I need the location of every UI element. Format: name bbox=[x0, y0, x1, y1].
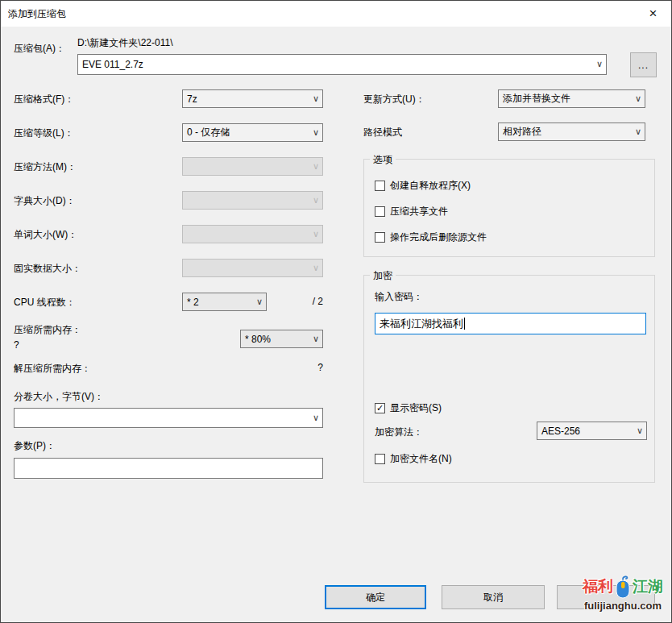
chevron-down-icon[interactable]: ∨ bbox=[313, 127, 319, 137]
help-button[interactable] bbox=[557, 585, 655, 609]
text-caret bbox=[464, 318, 465, 330]
update-mode-label: 更新方式(U)： bbox=[363, 93, 425, 106]
cancel-button[interactable]: 取消 bbox=[442, 585, 545, 609]
ok-button[interactable]: 确定 bbox=[325, 585, 426, 609]
method-label: 压缩方法(M)： bbox=[14, 160, 77, 174]
password-input[interactable]: 来福利江湖找福利 bbox=[375, 313, 646, 334]
level-label: 压缩等级(L)： bbox=[14, 127, 74, 140]
close-icon[interactable]: × bbox=[635, 1, 671, 26]
checkbox-icon[interactable]: ✓ bbox=[375, 403, 385, 413]
chevron-down-icon: ∨ bbox=[313, 228, 319, 239]
cpu-threads-value: * 2 bbox=[187, 297, 199, 308]
browse-button[interactable]: ... bbox=[630, 52, 657, 77]
memory-compress-label: 压缩所需内存： bbox=[14, 323, 81, 337]
chevron-down-icon[interactable]: ∨ bbox=[637, 425, 643, 435]
encryption-method-label: 加密算法： bbox=[375, 426, 423, 439]
dictionary-combobox: ∨ bbox=[182, 191, 323, 210]
format-combobox[interactable]: 7z ∨ bbox=[182, 89, 323, 108]
solid-size-combobox: ∨ bbox=[182, 259, 323, 277]
chevron-down-icon[interactable]: ∨ bbox=[313, 412, 319, 422]
create-sfx-checkbox[interactable]: ✓ 创建自释放程序(X) bbox=[375, 179, 471, 193]
cpu-threads-combobox[interactable]: * 2 ∨ bbox=[182, 293, 267, 311]
memory-decompress-hint: ? bbox=[303, 362, 323, 373]
memory-decompress-label: 解压缩所需内存： bbox=[14, 362, 91, 376]
update-mode-combobox[interactable]: 添加并替换文件 ∨ bbox=[498, 89, 645, 108]
chevron-down-icon: ∨ bbox=[313, 262, 319, 272]
path-mode-value: 相对路径 bbox=[503, 125, 541, 139]
archive-name-value: EVE 011_2.7z bbox=[82, 59, 143, 70]
create-sfx-label: 创建自释放程序(X) bbox=[390, 179, 471, 193]
delete-after-label: 操作完成后删除源文件 bbox=[390, 231, 487, 244]
memory-compress-hint: ? bbox=[14, 339, 19, 351]
archive-label: 压缩包(A)： bbox=[14, 42, 65, 56]
chevron-down-icon[interactable]: ∨ bbox=[256, 296, 263, 306]
chevron-down-icon[interactable]: ∨ bbox=[635, 93, 641, 103]
parameters-input[interactable] bbox=[14, 458, 323, 479]
memory-compress-value: * 80% bbox=[245, 334, 271, 345]
encrypt-filenames-checkbox[interactable]: ✓ 加密文件名(N) bbox=[375, 452, 452, 466]
cpu-threads-label: CPU 线程数： bbox=[14, 296, 76, 309]
archive-dir-path: D:\新建文件夹\22-011\ bbox=[77, 36, 172, 50]
chevron-down-icon[interactable]: ∨ bbox=[313, 93, 319, 103]
path-mode-combobox[interactable]: 相对路径 ∨ bbox=[498, 123, 645, 141]
path-mode-label: 路径模式 bbox=[363, 126, 402, 139]
chevron-down-icon: ∨ bbox=[313, 194, 319, 205]
cpu-threads-max: / 2 bbox=[303, 296, 323, 307]
volume-size-label: 分卷大小，字节(V)： bbox=[14, 390, 104, 404]
add-to-archive-dialog: 添加到压缩包 × 压缩包(A)： D:\新建文件夹\22-011\ EVE 01… bbox=[0, 0, 672, 623]
show-password-label: 显示密码(S) bbox=[390, 401, 442, 415]
method-combobox: ∨ bbox=[182, 157, 323, 176]
chevron-down-icon: ∨ bbox=[313, 160, 319, 171]
checkbox-icon[interactable]: ✓ bbox=[375, 206, 385, 217]
checkbox-icon[interactable]: ✓ bbox=[375, 454, 385, 464]
encryption-group-title: 加密 bbox=[370, 269, 396, 283]
encryption-method-combobox[interactable]: AES-256 ∨ bbox=[537, 422, 647, 440]
solid-size-label: 固实数据大小： bbox=[14, 262, 81, 276]
dialog-title: 添加到压缩包 bbox=[8, 7, 66, 21]
password-value: 来福利江湖找福利 bbox=[380, 317, 463, 331]
level-combobox[interactable]: 0 - 仅存储 ∨ bbox=[182, 123, 323, 142]
word-size-combobox: ∨ bbox=[182, 225, 323, 243]
checkbox-icon[interactable]: ✓ bbox=[375, 232, 385, 243]
parameters-label: 参数(P)： bbox=[14, 439, 56, 453]
chevron-down-icon[interactable]: ∨ bbox=[635, 126, 641, 136]
format-value: 7z bbox=[187, 93, 197, 105]
word-size-label: 单词大小(W)： bbox=[14, 228, 77, 242]
compress-shared-checkbox[interactable]: ✓ 压缩共享文件 bbox=[375, 205, 448, 218]
encryption-method-value: AES-256 bbox=[541, 426, 580, 437]
update-mode-value: 添加并替换文件 bbox=[503, 92, 570, 106]
password-label: 输入密码： bbox=[375, 290, 423, 304]
options-group-title: 选项 bbox=[370, 153, 396, 167]
level-value: 0 - 仅存储 bbox=[187, 126, 230, 139]
checkbox-icon[interactable]: ✓ bbox=[375, 181, 385, 191]
memory-compress-combobox[interactable]: * 80% ∨ bbox=[240, 330, 323, 348]
volume-size-combobox[interactable]: ∨ bbox=[14, 408, 323, 428]
compress-shared-label: 压缩共享文件 bbox=[390, 205, 448, 218]
dictionary-label: 字典大小(D)： bbox=[14, 194, 76, 208]
chevron-down-icon[interactable]: ∨ bbox=[596, 59, 603, 69]
format-label: 压缩格式(F)： bbox=[14, 93, 74, 106]
archive-name-combobox[interactable]: EVE 011_2.7z ∨ bbox=[77, 54, 607, 75]
encrypt-filenames-label: 加密文件名(N) bbox=[390, 452, 452, 466]
delete-after-checkbox[interactable]: ✓ 操作完成后删除源文件 bbox=[375, 231, 487, 244]
show-password-checkbox[interactable]: ✓ 显示密码(S) bbox=[375, 401, 442, 415]
chevron-down-icon[interactable]: ∨ bbox=[313, 333, 319, 343]
titlebar: 添加到压缩包 bbox=[1, 1, 671, 27]
